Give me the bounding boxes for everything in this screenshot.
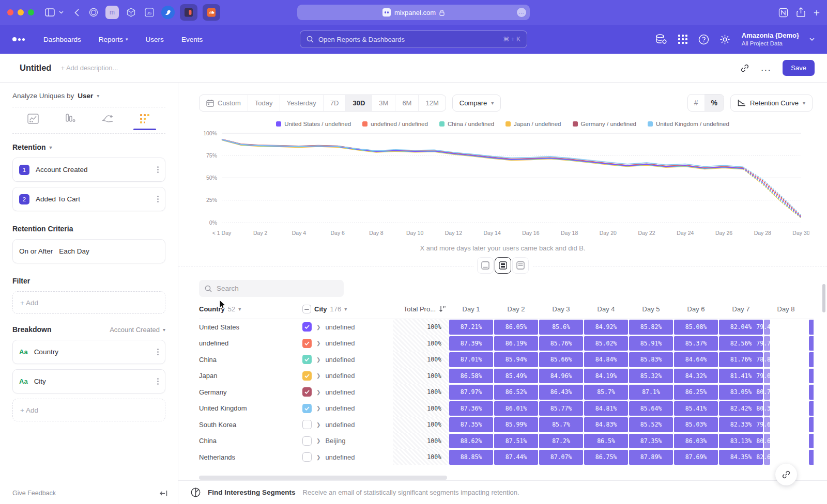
- kebab-menu-icon[interactable]: [157, 378, 159, 385]
- row-checkbox[interactable]: [302, 404, 312, 413]
- retention-value-cell[interactable]: 86.43%: [539, 385, 583, 400]
- legend-item[interactable]: undefined / undefined: [362, 121, 428, 127]
- range-yesterday[interactable]: Yesterday: [280, 95, 324, 111]
- back-button[interactable]: [69, 5, 84, 20]
- city-select-all-checkbox[interactable]: [302, 305, 311, 313]
- city-cell[interactable]: undefined: [325, 356, 355, 364]
- sidebar-toggle-icon[interactable]: [42, 5, 57, 20]
- retention-value-cell[interactable]: 85.37%: [674, 336, 718, 351]
- row-checkbox[interactable]: [302, 339, 312, 348]
- retention-value-cell[interactable]: 84.64%: [674, 352, 718, 367]
- criteria-period[interactable]: Each Day: [59, 247, 89, 255]
- retention-value-cell[interactable]: 85.32%: [629, 369, 673, 384]
- compare-button[interactable]: Compare ▾: [452, 94, 501, 112]
- range-3m[interactable]: 3M: [372, 95, 395, 111]
- unit-count-button[interactable]: #: [688, 94, 705, 111]
- retention-step-2[interactable]: 2Added To Cart: [12, 187, 165, 211]
- analyze-value[interactable]: User: [78, 92, 93, 100]
- retention-value-cell[interactable]: 85.08%: [674, 320, 718, 335]
- city-cell[interactable]: undefined: [325, 404, 355, 412]
- retention-value-cell[interactable]: 85.76%: [539, 336, 583, 351]
- day-column-header[interactable]: Day 1: [449, 300, 494, 319]
- city-cell[interactable]: undefined: [325, 453, 355, 461]
- retention-value-cell[interactable]: 86.58%: [449, 369, 493, 384]
- view-chart-only-button[interactable]: [477, 257, 494, 274]
- row-checkbox[interactable]: [302, 387, 312, 397]
- data-management-icon[interactable]: [655, 34, 667, 45]
- retention-value-cell[interactable]: 82.61%: [764, 450, 770, 465]
- retention-value-cell[interactable]: 86.5%: [584, 434, 628, 449]
- retention-value-cell[interactable]: 85.02%: [584, 336, 628, 351]
- retention-value-cell[interactable]: 86.75%: [584, 450, 628, 465]
- kebab-menu-icon[interactable]: [157, 166, 159, 173]
- criteria-card[interactable]: On or After Each Day: [12, 239, 165, 263]
- kebab-menu-icon[interactable]: [157, 349, 159, 355]
- retention-value-cell[interactable]: 84.84%: [584, 352, 628, 367]
- retention-value-cell[interactable]: 87.2%: [539, 434, 583, 449]
- retention-value-cell[interactable]: 85.52%: [629, 417, 673, 432]
- report-description-placeholder[interactable]: + Add description...: [60, 64, 118, 72]
- retention-value-cell[interactable]: 79.49%: [764, 320, 770, 335]
- day-column-header[interactable]: Day 7: [718, 300, 763, 319]
- nav-item-users[interactable]: Users: [146, 36, 164, 43]
- retention-value-cell[interactable]: 86.25%: [674, 385, 718, 400]
- retention-value-cell[interactable]: 88.85%: [449, 450, 493, 465]
- retention-value-cell[interactable]: 84.81%: [584, 401, 628, 416]
- nav-item-dashboards[interactable]: Dashboards: [43, 36, 81, 43]
- retention-section-label[interactable]: Retention: [12, 143, 46, 151]
- view-split-button[interactable]: [495, 257, 511, 274]
- city-cell[interactable]: Beijing: [325, 437, 345, 445]
- close-window-button[interactable]: [7, 9, 13, 15]
- chart-type-button[interactable]: Retention Curve ▾: [730, 94, 813, 112]
- expand-row-chevron-icon[interactable]: ❯: [316, 340, 320, 346]
- collapse-sidebar-icon[interactable]: [160, 490, 167, 497]
- retention-value-cell[interactable]: 87.01%: [449, 352, 493, 367]
- retention-value-cell[interactable]: 86.03%: [674, 434, 718, 449]
- retention-value-cell[interactable]: 84.96%: [539, 369, 583, 384]
- project-switcher[interactable]: Amazonia {Demo} All Project Data: [742, 32, 799, 48]
- share-icon[interactable]: [797, 7, 805, 18]
- country-cell[interactable]: South Korea: [199, 417, 302, 433]
- city-cell[interactable]: undefined: [325, 388, 355, 396]
- retention-value-cell[interactable]: 84.83%: [584, 417, 628, 432]
- city-cell[interactable]: undefined: [325, 339, 355, 347]
- retention-value-cell[interactable]: 79.05%: [764, 369, 770, 384]
- retention-value-cell[interactable]: 85.66%: [539, 352, 583, 367]
- retention-value-cell[interactable]: 86.19%: [494, 336, 538, 351]
- active-tab-icon[interactable]: [180, 4, 197, 21]
- retention-value-cell[interactable]: 87.35%: [449, 417, 493, 432]
- expand-row-chevron-icon[interactable]: ❯: [316, 438, 320, 444]
- legend-item[interactable]: Germany / undefined: [573, 121, 636, 127]
- share-link-fab[interactable]: [775, 464, 797, 485]
- city-sort-chevron-icon[interactable]: ▾: [344, 306, 347, 312]
- retention-value-cell[interactable]: 85.91%: [629, 336, 673, 351]
- retention-value-cell[interactable]: 78.87%: [764, 352, 770, 367]
- copy-link-icon[interactable]: [740, 64, 749, 73]
- report-title[interactable]: Untitled: [20, 63, 51, 73]
- unit-percent-button[interactable]: %: [705, 94, 724, 111]
- page-options-icon[interactable]: ...: [517, 8, 526, 17]
- sort-descending-icon[interactable]: [439, 306, 446, 312]
- vertical-scrollbar[interactable]: [822, 284, 825, 312]
- retention-value-cell[interactable]: 79.77%: [764, 336, 770, 351]
- table-search-input[interactable]: Search: [199, 280, 344, 297]
- range-custom[interactable]: Custom: [200, 95, 248, 111]
- day-column-header[interactable]: Day 5: [629, 300, 673, 319]
- retention-value-cell[interactable]: 85.41%: [674, 401, 718, 416]
- retention-value-cell[interactable]: 84.19%: [584, 369, 628, 384]
- retention-value-cell[interactable]: 84.92%: [584, 320, 628, 335]
- retention-value-cell[interactable]: 86.05%: [494, 320, 538, 335]
- day-column-header[interactable]: Day 3: [539, 300, 584, 319]
- legend-item[interactable]: United States / undefined: [276, 121, 351, 127]
- more-options-icon[interactable]: ...: [761, 63, 771, 73]
- expand-row-chevron-icon[interactable]: ❯: [316, 405, 320, 411]
- expand-row-chevron-icon[interactable]: ❯: [316, 357, 320, 363]
- url-bar[interactable]: mixpanel.com ...: [297, 5, 530, 20]
- country-cell[interactable]: China: [199, 433, 302, 449]
- day-column-header[interactable]: Day 8: [763, 300, 808, 319]
- retention-step-1[interactable]: 1Account Created: [12, 158, 165, 182]
- range-7d[interactable]: 7D: [324, 95, 346, 111]
- expand-row-chevron-icon[interactable]: ❯: [316, 389, 320, 395]
- country-cell[interactable]: Japan: [199, 368, 302, 384]
- settings-gear-icon[interactable]: [719, 34, 730, 45]
